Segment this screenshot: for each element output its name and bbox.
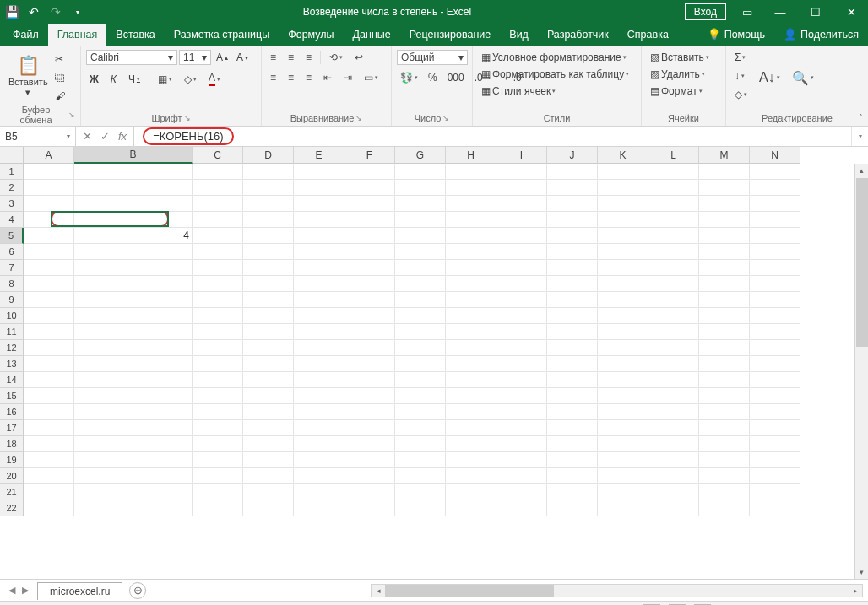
cell[interactable] [699,292,750,308]
cell[interactable] [395,308,446,324]
fill-button[interactable]: ↓▾ [731,68,751,84]
row-header[interactable]: 19 [0,452,24,468]
dialog-launcher-icon[interactable]: ↘ [442,114,449,122]
cell[interactable] [648,500,699,516]
cell[interactable] [243,500,294,516]
cell[interactable] [598,292,648,308]
italic-button[interactable]: К [107,72,120,87]
cell[interactable] [294,196,344,212]
align-middle-button[interactable]: ≡ [285,50,297,65]
cell[interactable] [750,244,800,260]
cell[interactable] [243,180,294,196]
cell[interactable] [395,484,446,500]
scroll-left-icon[interactable]: ◂ [372,586,385,595]
cell[interactable] [547,292,598,308]
cell[interactable] [496,212,547,228]
cell[interactable] [344,260,395,276]
cell[interactable] [193,468,243,484]
cell[interactable] [193,452,243,468]
cell[interactable] [496,196,547,212]
cell[interactable] [24,228,74,244]
cell[interactable] [294,420,344,436]
enter-formula-icon[interactable]: ✓ [100,130,110,143]
column-header[interactable]: N [750,147,800,164]
cell[interactable] [699,468,750,484]
cell[interactable] [74,404,193,420]
cell[interactable] [243,340,294,356]
cell[interactable] [294,484,344,500]
increase-font-button[interactable]: A▴ [213,50,231,65]
cell[interactable] [74,244,193,260]
cell[interactable] [598,212,648,228]
cell[interactable] [193,308,243,324]
cell[interactable] [74,212,193,228]
cell[interactable] [547,484,598,500]
cell[interactable] [547,244,598,260]
cell[interactable] [193,164,243,180]
cell[interactable] [496,372,547,388]
dialog-launcher-icon[interactable]: ↘ [68,111,75,119]
cell[interactable] [395,420,446,436]
column-header[interactable]: F [344,147,395,164]
select-all-corner[interactable] [0,147,24,164]
cell[interactable] [74,292,193,308]
cell[interactable] [598,404,648,420]
cell[interactable] [446,180,496,196]
cell[interactable] [395,500,446,516]
cell[interactable] [446,292,496,308]
qat-dropdown-icon[interactable]: ▾ [71,5,84,19]
cell[interactable] [699,356,750,372]
align-right-button[interactable]: ≡ [302,70,315,85]
cell[interactable] [496,228,547,244]
cell[interactable] [193,276,243,292]
cell[interactable]: 4 [74,228,193,244]
close-icon[interactable]: ✕ [834,0,868,24]
cell[interactable] [24,340,74,356]
cell[interactable] [395,340,446,356]
horizontal-scrollbar[interactable]: ◂ ▸ [371,584,863,597]
cell[interactable] [446,228,496,244]
cell[interactable] [598,500,648,516]
cell[interactable] [496,420,547,436]
cell[interactable] [699,484,750,500]
cell[interactable] [547,356,598,372]
cell[interactable] [193,484,243,500]
scroll-up-icon[interactable]: ▴ [855,164,868,177]
cell[interactable] [648,260,699,276]
column-header[interactable]: B [74,147,193,164]
font-color-button[interactable]: А▾ [205,70,224,88]
row-header[interactable]: 3 [0,196,24,212]
cell[interactable] [344,292,395,308]
cell[interactable] [598,260,648,276]
cell[interactable] [699,212,750,228]
comma-button[interactable]: 000 [444,70,468,85]
tab-assist[interactable]: 💡Помощь [698,24,774,46]
find-select-button[interactable]: 🔍▾ [789,50,817,105]
cell[interactable] [294,180,344,196]
cell[interactable] [24,404,74,420]
cell[interactable] [547,420,598,436]
row-header[interactable]: 1 [0,164,24,180]
cell[interactable] [193,404,243,420]
decrease-indent-button[interactable]: ⇤ [320,70,335,85]
cell[interactable] [243,292,294,308]
tab-review[interactable]: Рецензирование [400,24,501,46]
cell[interactable] [699,452,750,468]
cell[interactable] [193,372,243,388]
cell[interactable] [344,484,395,500]
scrollbar-thumb[interactable] [385,585,554,597]
cell[interactable] [74,180,193,196]
font-name-combo[interactable]: Calibri▾ [86,50,177,65]
cell[interactable] [648,468,699,484]
cell[interactable] [74,260,193,276]
cell[interactable] [598,164,648,180]
cell[interactable] [24,276,74,292]
tab-file[interactable]: Файл [3,24,48,46]
cell[interactable] [243,388,294,404]
cell[interactable] [294,500,344,516]
column-header[interactable]: J [547,147,598,164]
cell[interactable] [598,388,648,404]
cell[interactable] [74,468,193,484]
cell[interactable] [74,500,193,516]
cell[interactable] [74,196,193,212]
